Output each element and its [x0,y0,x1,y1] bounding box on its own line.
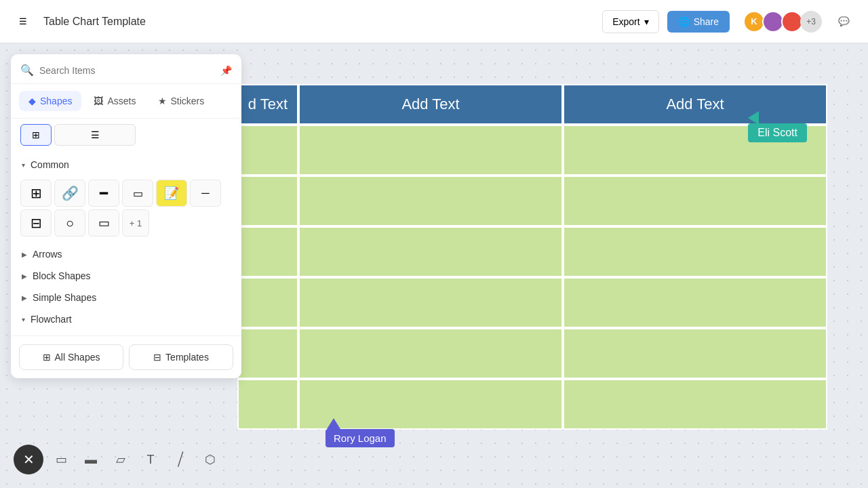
table-row [237,277,827,328]
table-cell[interactable] [298,125,563,176]
table-row [237,125,827,176]
table-header-cell-0[interactable]: d Text [237,84,298,125]
view-toggle-grid[interactable]: ⊞ [20,124,52,146]
table-cell[interactable] [563,226,827,277]
table-cell[interactable] [563,328,827,379]
share-button[interactable]: 🌐 Share [667,11,730,33]
link-icon: 🔗 [62,185,79,201]
shapes-panel: 🔍 📌 ◆ Shapes 🖼 Assets ★ Stickers ⊞ [11,54,241,378]
document-title: Table Chart Template [43,16,594,28]
rectangle-icon: ▭ [56,452,67,467]
eli-label: Eli Scott [748,123,807,142]
category-simple-shapes[interactable]: ▶ Simple Shapes [11,287,241,308]
shape-ellipse[interactable]: ○ [54,209,85,237]
tool-pointer[interactable]: ⬡ [198,447,222,472]
tool-shape2[interactable]: ▬ [79,447,103,472]
menu-button[interactable]: ☰ [11,9,35,34]
shape-separator[interactable]: ━ [88,180,119,207]
line-icon: ╲ [172,451,188,467]
table-body [237,125,827,430]
chat-button[interactable]: 💬 [830,8,857,35]
search-input[interactable] [39,65,215,76]
all-shapes-button[interactable]: ⊞ All Shapes [19,344,123,370]
tool-shape3[interactable]: ▱ [108,447,133,472]
search-icon: 🔍 [20,64,34,77]
input-icon: ▭ [133,187,143,200]
chevron-right-icon: ▶ [22,294,27,302]
export-label: Export [612,16,639,27]
tab-assets[interactable]: 🖼 Assets [84,91,145,111]
table-cell[interactable] [237,328,298,379]
shape-rect[interactable]: ▭ [88,209,119,237]
more-label: + 1 [130,218,142,228]
line-icon: ─ [201,187,209,199]
table-header-row: d Text Add Text Add Text [237,84,827,125]
table-cell[interactable] [563,176,827,226]
table-cell[interactable] [237,176,298,226]
grid-icon: ⊟ [31,215,42,231]
table-cell[interactable] [237,277,298,328]
table-cell[interactable] [563,277,827,328]
shape-link[interactable]: 🔗 [54,180,85,207]
avatar-overflow-label: +3 [806,17,816,26]
close-button[interactable]: ✕ [14,445,43,474]
tab-stickers[interactable]: ★ Stickers [149,91,214,111]
canvas-area[interactable]: 🔍 📌 ◆ Shapes 🖼 Assets ★ Stickers ⊞ [0,43,868,488]
tool-rectangle[interactable]: ▭ [49,447,73,472]
cursor-arrow-icon [748,111,759,125]
chevron-down-icon: ▾ [644,16,649,27]
table-row [237,226,827,277]
pin-icon[interactable]: 📌 [220,65,232,76]
assets-icon: 🖼 [94,96,103,106]
view-toggle-list[interactable]: ☰ [54,124,136,146]
chat-icon: 💬 [838,16,850,26]
common-shapes-grid: ⊞ 🔗 ━ ▭ 📝 ─ ⊟ [11,176,241,243]
table-header-cell-1[interactable]: Add Text [298,84,563,125]
shapes-content: ▾ Common ⊞ 🔗 ━ ▭ 📝 [11,148,241,336]
chevron-down-icon: ▾ [22,316,25,323]
shape-table[interactable]: ⊞ [20,180,52,207]
templates-button[interactable]: ⊟ Templates [129,344,233,370]
pointer-icon: ⬡ [205,452,216,467]
chevron-right-icon: ▶ [22,272,27,280]
table-cell[interactable] [237,379,298,430]
category-arrows[interactable]: ▶ Arrows [11,243,241,265]
eli-cursor: Eli Scott [748,111,807,142]
rory-label: Rory Logan [326,429,395,447]
avatar-overflow[interactable]: +3 [800,11,822,33]
category-flowchart[interactable]: ▾ Flowchart [11,308,241,330]
hamburger-icon: ☰ [19,16,27,26]
shapes-icon: ◆ [28,96,36,106]
shape3-icon: ▱ [116,452,125,467]
chevron-down-icon: ▾ [22,161,25,169]
header: ☰ Table Chart Template Export ▾ 🌐 Share … [0,0,868,43]
table-cell[interactable] [237,226,298,277]
tool-text[interactable]: T [138,447,163,472]
tool-line[interactable]: ╲ [168,447,193,472]
bottom-toolbar: ✕ ▭ ▬ ▱ T ╲ ⬡ [14,445,222,474]
shape-input[interactable]: ▭ [122,180,153,207]
table-canvas[interactable]: d Text Add Text Add Text [237,84,827,447]
close-icon: ✕ [23,451,35,468]
shape-line[interactable]: ─ [190,180,221,207]
globe-icon: 🌐 [678,16,690,27]
category-block-shapes[interactable]: ▶ Block Shapes [11,265,241,287]
table-cell[interactable] [563,379,827,430]
export-button[interactable]: Export ▾ [602,10,658,33]
table-cell[interactable] [298,277,563,328]
tab-shapes[interactable]: ◆ Shapes [19,91,81,111]
table-cell[interactable] [298,226,563,277]
text-icon: T [147,453,155,467]
table-cell[interactable] [298,176,563,226]
shape-table2[interactable]: ⊟ [20,209,52,237]
table-cell[interactable] [237,125,298,176]
shape2-icon: ▬ [85,453,97,467]
shape-sticky[interactable]: 📝 [156,180,187,207]
more-shapes-badge[interactable]: + 1 [122,209,149,237]
avatar-group: K +3 [743,11,822,33]
stickers-icon: ★ [158,96,167,106]
table-cell[interactable] [298,328,563,379]
table-row [237,328,827,379]
category-common[interactable]: ▾ Common [11,154,241,176]
table-row [237,176,827,226]
